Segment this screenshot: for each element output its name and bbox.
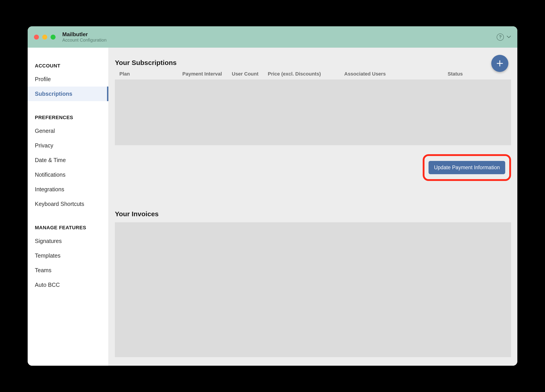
invoices-title: Your Invoices	[115, 210, 511, 218]
maximize-window-button[interactable]	[51, 35, 56, 40]
subscriptions-empty	[115, 80, 511, 145]
column-status: Status	[448, 71, 507, 77]
sidebar-item-date-time[interactable]: Date & Time	[28, 153, 108, 167]
sidebar-item-general[interactable]: General	[28, 124, 108, 138]
section-header-manage: MANAGE FEATURES	[28, 221, 108, 234]
plus-icon	[496, 59, 504, 67]
subscriptions-title: Your Subscriptions	[115, 59, 511, 67]
update-payment-button[interactable]: Update Payment Information	[428, 161, 505, 174]
sidebar-item-profile[interactable]: Profile	[28, 72, 108, 86]
sidebar: ACCOUNT Profile Subscriptions PREFERENCE…	[28, 48, 109, 366]
titlebar-right: ?	[497, 33, 511, 41]
sidebar-item-signatures[interactable]: Signatures	[28, 234, 108, 248]
titlebar: Mailbutler Account Configuration ?	[28, 26, 517, 48]
body: ACCOUNT Profile Subscriptions PREFERENCE…	[28, 48, 517, 366]
section-header-account: ACCOUNT	[28, 59, 108, 72]
sidebar-item-auto-bcc[interactable]: Auto BCC	[28, 278, 108, 292]
minimize-window-button[interactable]	[42, 35, 47, 40]
app-name: Mailbutler	[62, 31, 106, 37]
sidebar-item-subscriptions[interactable]: Subscriptions	[28, 86, 108, 101]
highlight-annotation: Update Payment Information	[423, 154, 511, 181]
main-content: Your Subscriptions Plan Payment Interval…	[109, 48, 517, 366]
sidebar-item-privacy[interactable]: Privacy	[28, 138, 108, 153]
sidebar-item-templates[interactable]: Templates	[28, 248, 108, 263]
column-associated-users: Associated Users	[344, 71, 448, 77]
action-row: Update Payment Information	[115, 154, 511, 181]
sidebar-item-notifications[interactable]: Notifications	[28, 167, 108, 182]
column-user-count: User Count	[232, 71, 268, 77]
invoices-empty	[115, 222, 511, 357]
sidebar-item-keyboard-shortcuts[interactable]: Keyboard Shortcuts	[28, 197, 108, 211]
chevron-down-icon[interactable]	[507, 35, 511, 39]
title-text: Mailbutler Account Configuration	[62, 31, 106, 43]
app-window: Mailbutler Account Configuration ? ACCOU…	[28, 26, 517, 366]
sidebar-item-teams[interactable]: Teams	[28, 263, 108, 278]
column-payment-interval: Payment Interval	[182, 71, 232, 77]
close-window-button[interactable]	[34, 35, 39, 40]
add-subscription-button[interactable]	[491, 55, 508, 72]
help-icon[interactable]: ?	[497, 33, 504, 41]
subscriptions-table-header: Plan Payment Interval User Count Price (…	[115, 71, 511, 80]
column-price: Price (excl. Discounts)	[268, 71, 344, 77]
app-subtitle: Account Configuration	[62, 37, 106, 43]
sidebar-item-integrations[interactable]: Integrations	[28, 182, 108, 197]
section-header-preferences: PREFERENCES	[28, 110, 108, 124]
column-plan: Plan	[119, 71, 182, 77]
traffic-lights	[34, 35, 56, 40]
